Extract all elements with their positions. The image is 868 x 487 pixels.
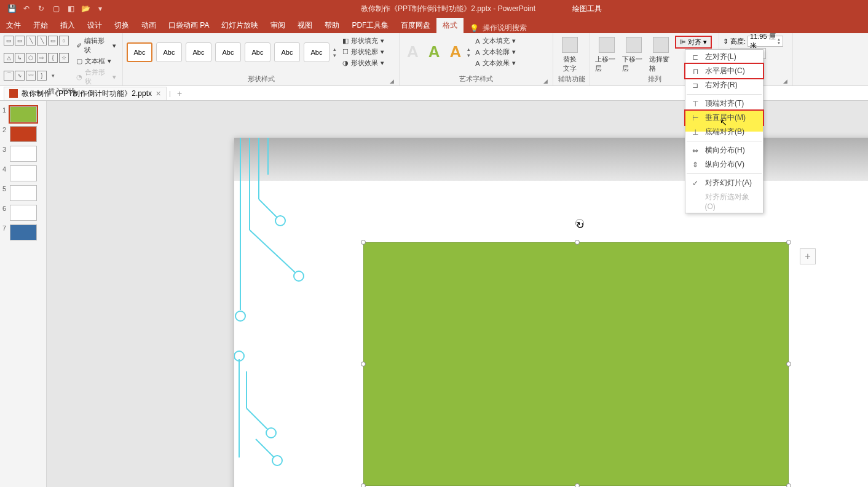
new-slide-icon[interactable]: ◧ bbox=[64, 2, 77, 15]
dialog-launcher-icon[interactable]: ◢ bbox=[783, 78, 787, 84]
thumb-4[interactable]: 4 bbox=[0, 164, 46, 183]
resize-handle-nw[interactable] bbox=[361, 240, 366, 245]
shape-fill-button[interactable]: ◧形状填充 ▾ bbox=[340, 36, 387, 46]
tab-baidu[interactable]: 百度网盘 bbox=[395, 18, 436, 33]
resize-handle-e[interactable] bbox=[786, 362, 791, 366]
text-outline-button[interactable]: A文本轮廓 ▾ bbox=[473, 47, 518, 57]
tab-file[interactable]: 文件 bbox=[0, 18, 27, 33]
selected-rectangle-shape[interactable] bbox=[363, 242, 789, 486]
thumb-7[interactable]: 7 bbox=[0, 223, 46, 242]
resize-handle-ne[interactable] bbox=[786, 240, 791, 245]
group-shape-styles: Abc Abc Abc Abc Abc Abc Abc ▴▾ ◧形状填充 ▾ ☐… bbox=[123, 33, 400, 85]
style-swatch-6[interactable]: Abc bbox=[274, 42, 300, 62]
send-backward-button[interactable]: 下移一层 bbox=[621, 36, 647, 74]
resize-handle-s[interactable] bbox=[575, 483, 580, 487]
height-input[interactable]: 11.95 厘米▲▼ bbox=[748, 36, 783, 47]
shape-style-gallery[interactable]: Abc Abc Abc Abc Abc Abc Abc ▴▾ bbox=[127, 42, 336, 62]
style-swatch-1[interactable]: Abc bbox=[127, 42, 152, 62]
save-icon[interactable]: 💾 bbox=[5, 2, 18, 15]
tab-review[interactable]: 审阅 bbox=[264, 18, 291, 33]
dialog-launcher-icon[interactable]: ◢ bbox=[390, 78, 394, 84]
tab-insert[interactable]: 插入 bbox=[54, 18, 81, 33]
style-swatch-2[interactable]: Abc bbox=[156, 42, 182, 62]
shape-outline-button[interactable]: ☐形状轮廓 ▾ bbox=[340, 47, 387, 57]
text-fill-button[interactable]: A文本填充 ▾ bbox=[473, 36, 518, 46]
menu-separator bbox=[687, 141, 762, 141]
resize-handle-n[interactable] bbox=[575, 240, 580, 245]
text-box-button[interactable]: ▢文本框 ▾ bbox=[74, 56, 119, 66]
new-tab-icon[interactable]: + bbox=[173, 89, 186, 98]
thumb-1[interactable]: 1 bbox=[0, 105, 46, 124]
ribbon-tabs: 文件 开始 插入 设计 切换 动画 口袋动画 PA 幻灯片放映 审阅 视图 帮助… bbox=[0, 17, 868, 33]
tab-pdftools[interactable]: PDF工具集 bbox=[345, 18, 395, 33]
bring-forward-button[interactable]: 上移一层 bbox=[594, 36, 620, 74]
tab-format[interactable]: 格式 bbox=[436, 18, 464, 33]
wordart-preset-1[interactable]: A bbox=[403, 42, 422, 61]
group-label-wordart: 艺术字样式◢ bbox=[403, 74, 549, 85]
menu-align-right[interactable]: ⊐右对齐(R) bbox=[685, 78, 763, 92]
menu-align-bottom[interactable]: ⊥底端对齐(B) bbox=[685, 125, 763, 139]
menu-align-middle-v[interactable]: ⊢垂直居中(M) bbox=[685, 111, 763, 125]
thumb-2[interactable]: 2 bbox=[0, 124, 46, 144]
resize-handle-w[interactable] bbox=[361, 362, 366, 366]
menu-distribute-v[interactable]: ⇕纵向分布(V) bbox=[685, 157, 763, 172]
undo-icon[interactable]: ↶ bbox=[20, 2, 33, 15]
resize-handle-se[interactable] bbox=[786, 483, 791, 487]
start-from-beginning-icon[interactable]: ▢ bbox=[49, 2, 63, 15]
tab-view[interactable]: 视图 bbox=[291, 18, 318, 33]
circuit-decoration-left bbox=[234, 138, 357, 487]
wordart-preset-2[interactable]: A bbox=[425, 42, 444, 61]
tab-help[interactable]: 帮助 bbox=[318, 18, 345, 33]
add-section-button[interactable]: + bbox=[800, 248, 816, 264]
circuit-decoration-right bbox=[849, 138, 868, 487]
style-swatch-7[interactable]: Abc bbox=[304, 42, 329, 62]
menu-align-left-label: 左对齐(L) bbox=[705, 52, 736, 62]
tab-transitions[interactable]: 切换 bbox=[108, 18, 135, 33]
align-right-icon: ⊐ bbox=[690, 81, 700, 90]
redo-icon[interactable]: ↻ bbox=[34, 2, 48, 15]
menu-align-to-slide[interactable]: ✓对齐幻灯片(A) bbox=[685, 176, 763, 190]
resize-handle-sw[interactable] bbox=[361, 483, 366, 487]
thumb-3[interactable]: 3 bbox=[0, 144, 46, 164]
text-effects-button[interactable]: A文本效果 ▾ bbox=[473, 58, 518, 68]
wordart-preset-3[interactable]: A bbox=[446, 42, 465, 61]
tab-slideshow[interactable]: 幻灯片放映 bbox=[215, 18, 264, 33]
title-bar: 💾 ↶ ↻ ▢ ◧ 📂 ▾ 教你制作《PPT制作倒计时功能》2.pptx - P… bbox=[0, 0, 868, 17]
align-bottom-icon: ⊥ bbox=[690, 128, 700, 137]
menu-distribute-h[interactable]: ⇔横向分布(H) bbox=[685, 143, 763, 157]
merge-shapes-button[interactable]: ◔合并形状 ▾ bbox=[74, 67, 119, 87]
style-swatch-4[interactable]: Abc bbox=[215, 42, 241, 62]
tab-animations[interactable]: 动画 bbox=[135, 18, 162, 33]
edit-shape-button[interactable]: ✐编辑形状 ▾ bbox=[74, 36, 119, 55]
selection-pane-button[interactable]: 选择窗格 bbox=[648, 36, 674, 74]
tell-me-search[interactable]: 💡 操作说明搜索 bbox=[470, 23, 527, 33]
tab-home[interactable]: 开始 bbox=[27, 18, 54, 33]
group-label-insert-shapes: 插入形状 bbox=[4, 87, 119, 98]
align-dropdown-button[interactable]: ⊫ 对齐 ▾ bbox=[675, 36, 712, 49]
menu-align-left[interactable]: ⊏左对齐(L) bbox=[685, 50, 763, 64]
shapes-gallery[interactable]: ▭▭╲╲▭○ △↳⬡⇨{☆ ⌒∿〰}▾ bbox=[4, 36, 69, 87]
dialog-launcher-icon[interactable]: ◢ bbox=[543, 78, 548, 84]
fill-icon: ◧ bbox=[342, 37, 349, 45]
menu-align-bottom-label: 底端对齐(B) bbox=[705, 127, 744, 137]
tab-pocket[interactable]: 口袋动画 PA bbox=[162, 18, 215, 33]
tab-design[interactable]: 设计 bbox=[81, 18, 108, 33]
menu-dist-h-label: 横向分布(H) bbox=[705, 145, 745, 156]
thumb-6[interactable]: 6 bbox=[0, 203, 46, 223]
rotation-handle[interactable]: ↻ bbox=[575, 219, 584, 228]
menu-align-top[interactable]: ⊤顶端对齐(T) bbox=[685, 97, 763, 111]
svg-point-13 bbox=[266, 428, 276, 438]
wordart-expand-icon[interactable]: ▴▾ bbox=[467, 46, 470, 58]
group-accessibility: 替换 文字 辅助功能 bbox=[553, 33, 590, 85]
thumb-5[interactable]: 5 bbox=[0, 183, 46, 203]
alt-text-button[interactable]: 替换 文字 bbox=[557, 36, 583, 74]
style-swatch-3[interactable]: Abc bbox=[186, 42, 211, 62]
svg-point-7 bbox=[275, 216, 285, 226]
qat-customize-icon[interactable]: ▾ bbox=[93, 2, 107, 15]
close-tab-icon[interactable]: ✕ bbox=[156, 90, 161, 98]
shape-effects-button[interactable]: ◑形状效果 ▾ bbox=[340, 58, 387, 68]
menu-align-center-h[interactable]: ⊓水平居中(C) bbox=[685, 64, 763, 78]
gallery-expand-icon[interactable]: ▴▾ bbox=[333, 46, 336, 58]
open-icon[interactable]: 📂 bbox=[79, 2, 92, 15]
style-swatch-5[interactable]: Abc bbox=[245, 42, 270, 62]
